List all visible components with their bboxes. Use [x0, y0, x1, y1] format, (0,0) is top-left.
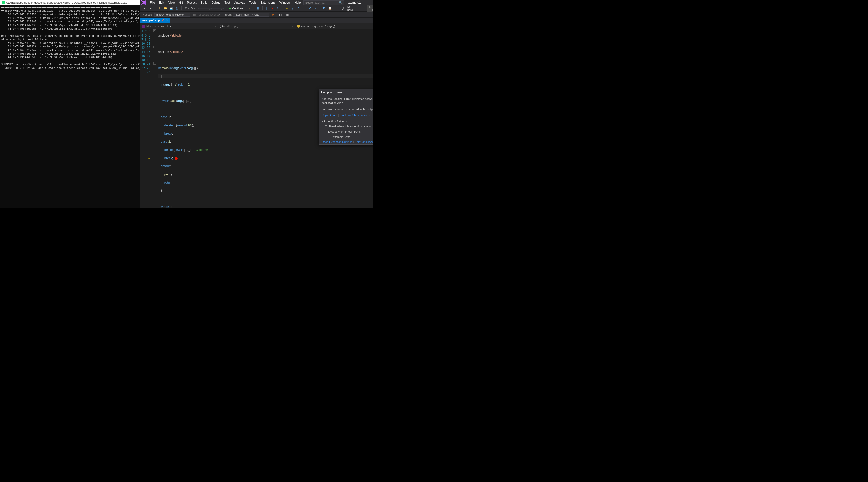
menu-git[interactable]: Git: [177, 0, 185, 5]
navigation-bar: Miscellaneous Files (Global Scope) main(…: [140, 23, 373, 29]
search-icon: 🔍: [339, 1, 342, 4]
process-dropdown[interactable]: [58104] example1.exe: [154, 12, 190, 17]
nav-member[interactable]: main(int argc, char * argv[]): [295, 23, 373, 29]
continue-button[interactable]: ▶ Continue ▾: [227, 6, 246, 10]
config-dropdown[interactable]: [198, 8, 211, 9]
menu-test[interactable]: Test: [223, 0, 232, 5]
nav-fwd-icon[interactable]: ►: [148, 6, 154, 11]
new-item-icon[interactable]: ✚: [157, 6, 162, 11]
maximize-button[interactable]: ▢: [372, 0, 374, 5]
menu-help[interactable]: Help: [292, 0, 303, 5]
continue-label: Continue: [232, 7, 243, 10]
main-toolbar: ◄▾ ► ✚▾ 📂 💾 ⎘ ↶▾ ↷▾ ▶ Continue ▾ ⎚ ▦ ∥: [140, 5, 373, 12]
exe-checkbox[interactable]: [328, 136, 331, 138]
start-liveshare-link[interactable]: Start Live Share session...: [340, 114, 372, 117]
menu-edit[interactable]: Edit: [157, 0, 166, 5]
snapshot-icon[interactable]: 📋: [328, 6, 333, 11]
save-all-icon[interactable]: ⎘: [175, 6, 180, 11]
outline-margin[interactable]: − − −: [153, 29, 158, 207]
pause-icon[interactable]: ∥: [264, 6, 269, 11]
error-icon[interactable]: [175, 157, 178, 160]
exception-settings-section[interactable]: ▾Exception Settings: [319, 119, 373, 124]
menu-build[interactable]: Build: [199, 0, 210, 5]
step-out-icon[interactable]: ↑: [301, 6, 307, 11]
reverse-icon[interactable]: ⇤: [313, 6, 318, 11]
live-share-icon: ⮵: [341, 7, 344, 10]
file-tab-label: example1.cpp: [142, 19, 160, 22]
process-label: Process:: [142, 13, 153, 16]
break-checkbox[interactable]: [324, 125, 328, 128]
menu-tools[interactable]: Tools: [247, 0, 258, 5]
nav-scope[interactable]: (Global Scope): [218, 23, 295, 29]
title-bar: FileEditViewGitProjectBuildDebugTestAnal…: [140, 0, 373, 5]
copy-details-link[interactable]: Copy Details: [321, 114, 337, 117]
minimize-button[interactable]: ─: [364, 0, 372, 5]
line-number-gutter: 1 2 3 4 5 6 7 8 9 10 11 12 13 14 15 16 1…: [140, 29, 153, 207]
exception-header[interactable]: Exception Thrown 📌 ✕: [319, 89, 373, 95]
threads-icon[interactable]: ◨: [285, 12, 290, 17]
open-exception-settings-link[interactable]: Open Exception Settings: [321, 140, 352, 143]
exception-message-2: Full error details can be found in the o…: [321, 107, 373, 111]
thread-label: Thread:: [222, 13, 231, 16]
solution-name: example1: [344, 1, 364, 4]
menu-project[interactable]: Project: [185, 0, 198, 5]
console-title-bar[interactable]: C:\MSDN\cpp-docs-pr\docs\c-language\ASAN…: [0, 0, 140, 5]
pin-icon[interactable]: 📌: [161, 19, 164, 22]
debug-location-toolbar: Process: [58104] example1.exe ◫ Lifecycl…: [140, 12, 373, 18]
cpp-icon: [142, 25, 145, 28]
target-icon[interactable]: ⎚: [247, 6, 252, 11]
more-icon[interactable]: ⋮: [333, 6, 339, 11]
play-icon: ▶: [229, 7, 231, 10]
console-output[interactable]: ========================================…: [0, 5, 140, 207]
console-window: C:\MSDN\cpp-docs-pr\docs\c-language\ASAN…: [0, 0, 140, 207]
live-share-button[interactable]: ⮵ Live Share: [339, 5, 360, 11]
feedback-icon[interactable]: ☺: [361, 6, 366, 11]
exception-title: Exception Thrown: [321, 91, 343, 94]
undo-icon[interactable]: ↶: [183, 6, 188, 11]
stack-frame-icon[interactable]: ◧: [277, 12, 283, 17]
step-over-icon[interactable]: ↷: [296, 6, 301, 11]
file-tab-active[interactable]: example1.cpp 📌 ✕: [140, 18, 170, 23]
lifecycle-icon[interactable]: ◫: [191, 12, 197, 17]
redo-icon[interactable]: ↷: [189, 6, 195, 11]
menu-view[interactable]: View: [166, 0, 177, 5]
nav-back-icon[interactable]: ◄: [142, 6, 147, 11]
vs-logo-icon[interactable]: [141, 0, 146, 5]
show-next-icon[interactable]: →: [284, 6, 289, 11]
current-line-icon: ➪: [148, 156, 151, 160]
thread-dropdown[interactable]: [8184] Main Thread: [233, 12, 269, 17]
menu-window[interactable]: Window: [277, 0, 292, 5]
step-back-icon[interactable]: ↶: [307, 6, 313, 11]
except-label: Except when thrown from:: [328, 130, 361, 133]
function-icon: [297, 25, 300, 28]
quick-search[interactable]: Search (Ctrl+Q) 🔍: [304, 0, 344, 5]
file-tab-strip: example1.cpp 📌 ✕: [140, 18, 373, 23]
break-label: Break when this exception type is thrown: [329, 125, 373, 128]
tab-close-icon[interactable]: ✕: [166, 19, 168, 22]
step-into-icon[interactable]: ↓: [290, 6, 295, 11]
console-icon: [2, 1, 5, 4]
lifecycle-label: Lifecycle Events: [199, 13, 219, 16]
stop-icon[interactable]: ■: [270, 6, 275, 11]
save-icon[interactable]: 💾: [169, 6, 174, 11]
hex-icon[interactable]: ▦: [255, 6, 261, 11]
preview-badge: INT PREVIEW: [367, 5, 373, 12]
live-share-label: Live Share: [345, 5, 358, 11]
exe-label: example1.exe: [333, 135, 350, 138]
console-title-text: C:\MSDN\cpp-docs-pr\docs\c-language\ASAN…: [6, 1, 127, 4]
platform-dropdown[interactable]: [211, 8, 224, 9]
restart-icon[interactable]: ↻: [276, 6, 281, 11]
exception-message-1: Address Sanitizer Error: Mismatch betwee…: [321, 97, 373, 105]
exception-popup[interactable]: Exception Thrown 📌 ✕ Address Sanitizer E…: [319, 89, 373, 145]
intellitrace-icon[interactable]: ⊞: [321, 6, 327, 11]
menu-debug[interactable]: Debug: [209, 0, 222, 5]
menu-analyze[interactable]: Analyze: [232, 0, 247, 5]
menu-file[interactable]: File: [148, 0, 157, 5]
edit-conditions-link[interactable]: Edit Conditions: [355, 140, 373, 143]
visual-studio-window: FileEditViewGitProjectBuildDebugTestAnal…: [140, 0, 373, 207]
open-icon[interactable]: 📂: [163, 6, 168, 11]
nav-project[interactable]: Miscellaneous Files: [140, 23, 218, 29]
flag-icon[interactable]: ⚑: [270, 12, 276, 17]
search-placeholder: Search (Ctrl+Q): [305, 1, 325, 4]
menu-extensions[interactable]: Extensions: [258, 0, 277, 5]
